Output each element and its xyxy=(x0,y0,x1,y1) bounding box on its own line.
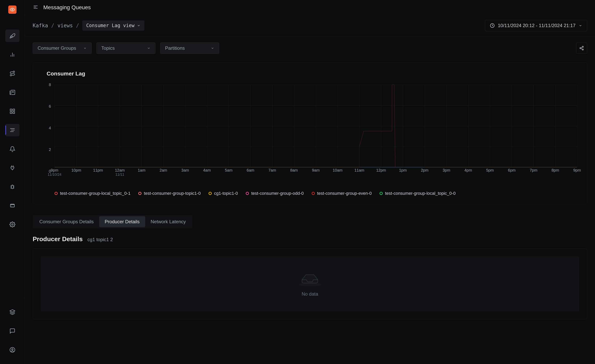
legend-dot xyxy=(246,192,249,195)
nav-exceptions[interactable] xyxy=(5,162,20,174)
svg-rect-9 xyxy=(13,109,14,111)
x-tick: 5am xyxy=(225,168,233,172)
svg-point-19 xyxy=(12,349,13,350)
tab-consumer-groups-details[interactable]: Consumer Groups Details xyxy=(34,216,99,227)
chevron-down-icon xyxy=(211,46,214,50)
chevron-down-icon xyxy=(579,24,582,27)
crumb-sep: / xyxy=(51,23,54,28)
x-tick: 11am xyxy=(354,168,364,172)
empty-text: No data xyxy=(302,291,318,297)
plug-icon xyxy=(9,165,15,171)
filter-topics[interactable]: Topics xyxy=(96,42,156,54)
nav-account[interactable] xyxy=(5,343,20,356)
sidebar-toggle-icon[interactable] xyxy=(33,4,39,11)
chevron-down-icon xyxy=(83,46,87,50)
x-tick: 4pm xyxy=(464,168,472,172)
x-tick: 6pm xyxy=(508,168,516,172)
x-tick: 10pm xyxy=(71,168,81,172)
x-tick: 5pm xyxy=(486,168,494,172)
nav-get-started[interactable] xyxy=(5,29,20,42)
x-tick: 3am xyxy=(181,168,189,172)
filter-partitions[interactable]: Partitions xyxy=(160,42,219,54)
inbox-icon xyxy=(298,271,322,287)
bell-icon xyxy=(9,146,15,152)
gear-icon xyxy=(9,221,15,227)
user-icon xyxy=(9,347,15,353)
share-button[interactable] xyxy=(576,43,587,54)
x-tick: 12pm xyxy=(376,168,386,172)
filter-consumer-groups[interactable]: Consumer Groups xyxy=(33,42,92,54)
crumb-sep: / xyxy=(76,23,79,28)
legend-item[interactable]: test-consumer-group-local_topic_0-1 xyxy=(55,191,130,196)
svg-point-24 xyxy=(582,46,583,47)
legend-label: cg1-topic1-0 xyxy=(214,191,238,196)
x-tick: 3pm xyxy=(443,168,450,172)
view-label: Consumer Lag view xyxy=(86,23,135,28)
legend-label: test-consumer-group-topic1-0 xyxy=(144,191,201,196)
svg-point-16 xyxy=(12,224,13,225)
clock-icon xyxy=(490,23,495,28)
nav-dashboards[interactable] xyxy=(5,105,20,117)
svg-rect-15 xyxy=(11,185,13,189)
detail-header: Producer Details cg1 topic1 2 xyxy=(33,235,587,243)
app-logo[interactable] xyxy=(8,6,16,14)
nav-alerts[interactable] xyxy=(5,143,20,155)
svg-rect-10 xyxy=(10,112,12,114)
legend-item[interactable]: test-consumer-group-topic1-0 xyxy=(138,191,201,196)
x-tick: 9pm11/10/24 xyxy=(48,168,61,177)
plot-area[interactable] xyxy=(55,85,577,167)
tab-network-latency[interactable]: Network Latency xyxy=(145,216,191,227)
legend-item[interactable]: cg1-topic1-0 xyxy=(209,191,238,196)
nav-stack[interactable] xyxy=(5,306,20,318)
nav-messaging-queues[interactable] xyxy=(5,124,20,136)
x-tick: 6am xyxy=(247,168,255,172)
chevron-down-icon xyxy=(137,24,141,27)
svg-rect-8 xyxy=(10,109,12,111)
crumb-views[interactable]: views xyxy=(57,23,73,28)
svg-point-0 xyxy=(12,9,13,10)
list-icon xyxy=(9,127,15,133)
topbar: Messaging Queues xyxy=(25,0,595,15)
detail-title: Producer Details xyxy=(33,235,83,243)
view-selector[interactable]: Consumer Lag view xyxy=(82,21,144,31)
svg-line-28 xyxy=(581,47,582,48)
crumb-kafka[interactable]: Kafka xyxy=(33,23,48,28)
y-tick: 8 xyxy=(49,82,51,87)
x-tick: 7pm xyxy=(530,168,537,172)
y-tick: 2 xyxy=(49,147,51,152)
svg-line-27 xyxy=(581,48,582,49)
legend-item[interactable]: test-consumer-group-even-0 xyxy=(312,191,372,196)
detail-panel: No data xyxy=(33,248,587,319)
x-tick: 2pm xyxy=(421,168,429,172)
y-axis: 02468 xyxy=(45,85,53,171)
nav-traces[interactable] xyxy=(5,67,20,80)
breadcrumb: Kafka / views / Consumer Lag view xyxy=(33,21,144,31)
y-tick: 6 xyxy=(49,104,51,109)
sidebar xyxy=(0,0,25,364)
legend-dot xyxy=(138,192,142,195)
x-tick: 1pm xyxy=(399,168,407,172)
legend-label: test-consumer-group-odd-0 xyxy=(251,191,304,196)
nav-settings[interactable] xyxy=(5,218,20,231)
nav-support[interactable] xyxy=(5,325,20,337)
nav-debug[interactable] xyxy=(5,180,20,193)
tab-producer-details[interactable]: Producer Details xyxy=(99,216,145,227)
nav-billing[interactable] xyxy=(5,199,20,212)
filter-label: Topics xyxy=(101,45,115,51)
x-axis: 9pm11/10/2410pm11pm12am11/111am2am3am4am… xyxy=(55,167,577,179)
nav-logs[interactable] xyxy=(5,86,20,99)
y-tick: 4 xyxy=(49,126,51,130)
svg-point-29 xyxy=(299,283,321,286)
x-tick: 8pm xyxy=(552,168,559,172)
time-range-label: 10/11/2024 20:12 - 11/11/2024 21:17 xyxy=(498,23,575,28)
legend-dot xyxy=(209,192,212,195)
time-range-picker[interactable]: 10/11/2024 20:12 - 11/11/2024 21:17 xyxy=(485,20,587,31)
legend-label: test-consumer-group-local_topic_0-1 xyxy=(60,191,130,196)
svg-rect-11 xyxy=(13,112,14,114)
nav-metrics[interactable] xyxy=(5,48,20,61)
legend-item[interactable]: test-consumer-group-local_topic_0-0 xyxy=(380,191,455,196)
legend-item[interactable]: test-consumer-group-odd-0 xyxy=(246,191,304,196)
filters-row: Consumer Groups Topics Partitions xyxy=(25,36,595,60)
stack-icon xyxy=(9,309,15,315)
svg-marker-17 xyxy=(10,310,15,312)
